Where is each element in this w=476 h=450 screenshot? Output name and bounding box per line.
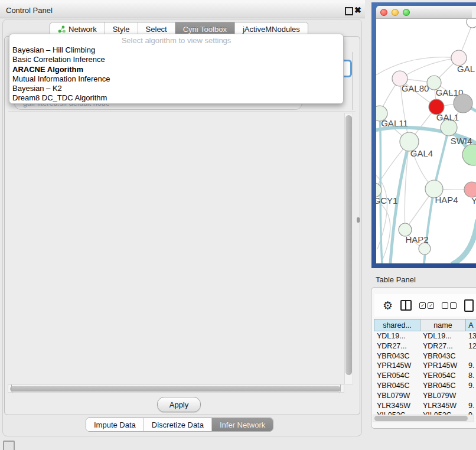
node-label-gal1: GAL1	[436, 112, 459, 122]
table-header-row[interactable]: shared...nameA	[374, 319, 476, 331]
network-node-swi4[interactable]	[462, 144, 476, 165]
collapsed-panel-icon[interactable]	[3, 441, 15, 450]
tab-label: jActiveMNodules	[243, 25, 300, 34]
tab-label: Impute Data	[94, 420, 136, 429]
tab-label: Infer Network	[220, 420, 265, 429]
table-row[interactable]: YPR145WYPR145W9.	[374, 361, 476, 371]
table-cell: 12	[465, 341, 476, 351]
table-cell: YDL19...	[374, 331, 420, 341]
panel-title: Control Panel	[0, 6, 53, 15]
algorithm-placeholder: Select algorithm to view settings	[9, 34, 343, 45]
column-header-1[interactable]: shared...	[374, 319, 420, 331]
network-graph: GALGAL80GAL10GAL11GAL1SWI4GAL4GCY1HAP4YH…	[376, 19, 476, 263]
table-row[interactable]: YIL052CYIL052C9.	[374, 410, 476, 415]
float-window-icon[interactable]	[345, 7, 353, 15]
apply-button[interactable]: Apply	[157, 397, 201, 412]
table-cell: 9.	[465, 361, 476, 371]
table-cell: YLR345W	[374, 401, 420, 411]
table-cell: YER054C	[374, 371, 420, 381]
gear-icon[interactable]: ⚙	[383, 300, 393, 311]
table-row[interactable]: YBR045CYBR045C9.	[374, 381, 476, 391]
network-node-top-arc[interactable]	[467, 19, 476, 28]
algorithm-option[interactable]: Dream8 DC_TDC Algorithm	[9, 93, 343, 103]
table-cell: YDR27...	[374, 341, 420, 351]
node-label-gal11: GAL11	[381, 118, 408, 128]
table-cell: YBR043C	[374, 351, 420, 361]
table-cell	[465, 391, 476, 401]
tab-label: Network	[69, 25, 97, 34]
table-row[interactable]: YLR345WYLR345W9.	[374, 401, 476, 411]
close-icon[interactable]: ✖	[354, 5, 361, 15]
table-toolbar: ⚙ ✓✓	[374, 294, 476, 317]
table-cell: YIL052C	[420, 410, 465, 415]
tab-infer-network[interactable]: Infer Network	[212, 418, 273, 431]
tab-label: Cyni Toolbox	[183, 25, 227, 34]
panel-divider-grabber[interactable]	[357, 217, 360, 223]
tab-label: Style	[113, 25, 130, 34]
table-row[interactable]: YDR27...YDR27...12	[374, 341, 476, 351]
bottom-tabbar: Impute DataDiscretize DataInfer Network	[86, 418, 273, 432]
column-header-3[interactable]: A	[465, 319, 476, 331]
table-rows[interactable]: YDL19...YDL19...13YDR27...YDR27...12YBR0…	[374, 331, 476, 415]
column-header-2[interactable]: name	[420, 319, 465, 331]
node-label-salmon-y: Y	[471, 195, 476, 206]
table-cell: YDL19...	[420, 331, 465, 341]
section-separator	[8, 112, 356, 112]
table-cell: 9.	[465, 401, 476, 411]
network-node-gray-hub[interactable]	[454, 94, 472, 113]
table-cell	[465, 351, 476, 361]
table-row[interactable]: YDL19...YDL19...13	[374, 331, 476, 341]
algorithm-option[interactable]: Basic Correlation Inference	[9, 55, 343, 64]
settings-scrollpane	[8, 113, 344, 384]
document-icon[interactable]	[464, 299, 474, 312]
table-cell: YPR145W	[420, 361, 465, 371]
algorithm-option[interactable]: Bayesian – K2	[9, 84, 343, 93]
node-label-gal4: GAL4	[410, 148, 433, 158]
column-browser-icon[interactable]	[400, 300, 412, 311]
tab-impute-data[interactable]: Impute Data	[86, 418, 144, 431]
network-canvas[interactable]: GALGAL80GAL10GAL11GAL1SWI4GAL4GCY1HAP4YH…	[376, 19, 476, 263]
network-icon	[58, 25, 66, 33]
table-cell: YBR045C	[420, 381, 465, 391]
select-all-icon[interactable]: ✓✓	[419, 302, 434, 309]
node-label-gal80: GAL80	[402, 83, 429, 93]
network-window-titlebar	[376, 6, 476, 19]
table-cell: YBL079W	[420, 391, 465, 401]
table-cell: YBR045C	[374, 381, 420, 391]
table-cell: 8.	[465, 371, 476, 381]
network-edge	[434, 128, 449, 189]
network-edge	[452, 220, 476, 263]
table-row[interactable]: YER054CYER054C8.	[374, 371, 476, 381]
table-cell: YER054C	[420, 371, 465, 381]
node-label-pink-top: GAL	[457, 64, 475, 74]
table-row[interactable]: YBL079WYBL079W	[374, 391, 476, 401]
node-label-swi4: SWI4	[451, 136, 472, 146]
tab-label: Select	[146, 25, 167, 34]
algorithm-option[interactable]: ARACNE Algorithm	[9, 65, 343, 74]
table-cell: YIL052C	[374, 410, 420, 415]
table-cell: YPR145W	[374, 361, 420, 371]
node-label-hap4: HAP4	[435, 195, 458, 205]
deselect-all-icon[interactable]	[442, 302, 457, 309]
tab-discretize-data[interactable]: Discretize Data	[144, 418, 212, 431]
algorithm-option[interactable]: Mutual Information Inference	[9, 74, 343, 84]
settings-vertical-scrollbar-thumb[interactable]	[345, 115, 352, 375]
algorithm-dropdown-popup: Select algorithm to view settings Bayesi…	[9, 34, 344, 104]
table-cell: 9.	[465, 381, 476, 391]
minimize-traffic-light-icon[interactable]	[392, 9, 399, 16]
algorithm-option[interactable]: Bayesian – Hill Climbing	[9, 45, 343, 55]
table-row[interactable]: YBR043CYBR043C	[374, 351, 476, 361]
network-node-bottom-partial[interactable]	[419, 243, 431, 255]
hidden-groupbox-edge	[352, 52, 353, 110]
table-horizontal-scrollbar-thumb[interactable]	[374, 416, 468, 421]
control-panel-titlebar: Control Panel	[0, 3, 365, 18]
close-traffic-light-icon[interactable]	[380, 9, 387, 16]
network-window-corner	[472, 7, 476, 18]
table-cell: 13	[465, 331, 476, 341]
table-cell: YLR345W	[420, 401, 465, 411]
zoom-traffic-light-icon[interactable]	[403, 9, 410, 16]
tab-label: Discretize Data	[152, 420, 204, 429]
node-label-gcy1: GCY1	[376, 195, 397, 206]
table-cell: 9.	[465, 410, 476, 415]
table-cell: YBR043C	[420, 351, 465, 361]
